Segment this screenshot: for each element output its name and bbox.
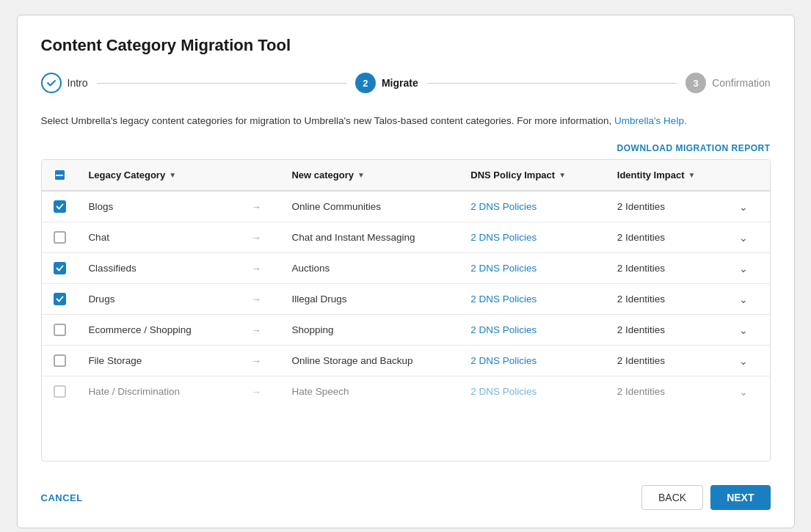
next-button[interactable]: NEXT — [710, 485, 770, 510]
row-new-category-0: Online Communities — [281, 191, 460, 222]
step-label-intro: Intro — [68, 77, 88, 89]
row-checkbox-1[interactable] — [54, 231, 66, 244]
row-checkbox-5[interactable] — [54, 354, 66, 367]
sort-icon-legacy: ▼ — [169, 171, 176, 179]
migration-table: Legacy Category ▼ New category ▼ DNS — [42, 160, 770, 407]
chevron-down-icon[interactable]: ⌄ — [739, 355, 748, 367]
table-body: Blogs→Online Communities2 DNS Policies2 … — [42, 191, 770, 407]
table-row: Chat→Chat and Instant Messaging2 DNS Pol… — [42, 222, 770, 253]
chevron-down-icon[interactable]: ⌄ — [739, 294, 748, 305]
step-line-2 — [427, 83, 677, 84]
page-title: Content Category Migration Tool — [41, 36, 771, 55]
dns-policy-link-0[interactable]: 2 DNS Policies — [470, 201, 537, 212]
table-row: Drugs→Illegal Drugs2 DNS Policies2 Ident… — [42, 284, 770, 315]
dns-policy-link-2[interactable]: 2 DNS Policies — [470, 263, 537, 274]
row-checkbox-cell-0[interactable] — [42, 191, 79, 222]
row-arrow-3: → — [241, 284, 281, 315]
chevron-down-icon[interactable]: ⌄ — [739, 263, 748, 274]
row-identity-impact-1: 2 Identities — [607, 222, 729, 253]
arrow-icon: → — [251, 355, 261, 367]
th-expand — [729, 160, 769, 191]
arrow-icon: → — [251, 324, 261, 336]
row-checkbox-cell-5[interactable] — [42, 346, 79, 376]
footer: CANCEL BACK NEXT — [41, 476, 771, 510]
row-dns-policy-5[interactable]: 2 DNS Policies — [460, 346, 607, 376]
row-identity-impact-4: 2 Identities — [607, 315, 729, 346]
sort-icon-new: ▼ — [357, 171, 365, 179]
download-report-link[interactable]: DOWNLOAD MIGRATION REPORT — [617, 143, 771, 153]
chevron-down-icon[interactable]: ⌄ — [739, 232, 748, 244]
sort-icon-dns: ▼ — [559, 171, 566, 179]
row-arrow-0: → — [241, 191, 281, 222]
row-identity-impact-6: 2 Identities — [607, 376, 729, 407]
row-checkbox-cell-6[interactable] — [42, 376, 79, 407]
th-new-category[interactable]: New category ▼ — [281, 160, 460, 191]
table-row: File Storage→Online Storage and Backup2 … — [42, 346, 770, 376]
row-expand-5[interactable]: ⌄ — [729, 346, 769, 376]
row-dns-policy-1[interactable]: 2 DNS Policies — [460, 222, 607, 253]
row-legacy-6: Hate / Discrimination — [78, 376, 241, 407]
row-new-category-4: Shopping — [281, 315, 460, 346]
row-dns-policy-3[interactable]: 2 DNS Policies — [460, 284, 607, 315]
chevron-down-icon[interactable]: ⌄ — [739, 386, 748, 398]
row-checkbox-cell-4[interactable] — [42, 315, 79, 346]
row-expand-0[interactable]: ⌄ — [729, 191, 769, 222]
row-identity-impact-2: 2 Identities — [607, 253, 729, 284]
arrow-icon: → — [251, 386, 261, 398]
row-checkbox-6[interactable] — [54, 385, 66, 398]
dns-policy-link-3[interactable]: 2 DNS Policies — [470, 294, 537, 305]
row-checkbox-2[interactable] — [54, 262, 66, 274]
row-checkbox-cell-3[interactable] — [42, 284, 79, 315]
table-row: Hate / Discrimination→Hate Speech2 DNS P… — [42, 376, 770, 407]
row-checkbox-cell-1[interactable] — [42, 222, 79, 253]
table-container[interactable]: Legacy Category ▼ New category ▼ DNS — [41, 159, 771, 462]
table-header-row: Legacy Category ▼ New category ▼ DNS — [42, 160, 770, 191]
row-checkbox-0[interactable] — [54, 200, 66, 213]
row-legacy-2: Classifieds — [78, 253, 241, 284]
th-identity-impact[interactable]: Identity Impact ▼ — [607, 160, 729, 191]
modal-container: Content Category Migration Tool Intro 2 … — [17, 15, 795, 528]
th-legacy[interactable]: Legacy Category ▼ — [78, 160, 241, 191]
download-row: DOWNLOAD MIGRATION REPORT — [41, 143, 771, 153]
row-checkbox-4[interactable] — [54, 324, 66, 336]
row-dns-policy-6[interactable]: 2 DNS Policies — [460, 376, 607, 407]
dns-policy-link-6[interactable]: 2 DNS Policies — [470, 386, 537, 397]
step-circle-intro — [41, 73, 62, 93]
step-label-confirmation: Confirmation — [712, 77, 770, 89]
chevron-down-icon[interactable]: ⌄ — [739, 201, 748, 213]
row-expand-4[interactable]: ⌄ — [729, 315, 769, 346]
row-dns-policy-4[interactable]: 2 DNS Policies — [460, 315, 607, 346]
arrow-icon: → — [251, 263, 261, 274]
arrow-icon: → — [251, 201, 261, 213]
header-checkbox[interactable] — [54, 169, 66, 181]
row-arrow-1: → — [241, 222, 281, 253]
row-new-category-1: Chat and Instant Messaging — [281, 222, 460, 253]
step-label-migrate: Migrate — [382, 77, 418, 89]
row-checkbox-3[interactable] — [54, 293, 66, 305]
row-checkbox-cell-2[interactable] — [42, 253, 79, 284]
row-legacy-1: Chat — [78, 222, 241, 253]
row-expand-6[interactable]: ⌄ — [729, 376, 769, 407]
row-new-category-2: Auctions — [281, 253, 460, 284]
help-link[interactable]: Umbrella's Help. — [614, 115, 687, 126]
row-dns-policy-2[interactable]: 2 DNS Policies — [460, 253, 607, 284]
cancel-button[interactable]: CANCEL — [41, 492, 83, 503]
row-legacy-5: File Storage — [78, 346, 241, 376]
row-dns-policy-0[interactable]: 2 DNS Policies — [460, 191, 607, 222]
back-button[interactable]: BACK — [641, 485, 703, 510]
th-checkbox[interactable] — [42, 160, 79, 191]
step-confirmation: 3 Confirmation — [685, 73, 770, 93]
step-circle-confirmation: 3 — [685, 73, 706, 93]
row-expand-3[interactable]: ⌄ — [729, 284, 769, 315]
row-legacy-4: Ecommerce / Shopping — [78, 315, 241, 346]
row-expand-1[interactable]: ⌄ — [729, 222, 769, 253]
row-identity-impact-5: 2 Identities — [607, 346, 729, 376]
dns-policy-link-1[interactable]: 2 DNS Policies — [470, 232, 537, 243]
dns-policy-link-5[interactable]: 2 DNS Policies — [470, 355, 537, 366]
dns-policy-link-4[interactable]: 2 DNS Policies — [470, 324, 537, 335]
row-expand-2[interactable]: ⌄ — [729, 253, 769, 284]
footer-right: BACK NEXT — [641, 485, 770, 510]
row-legacy-3: Drugs — [78, 284, 241, 315]
chevron-down-icon[interactable]: ⌄ — [739, 324, 748, 336]
th-dns-policy[interactable]: DNS Policy Impact ▼ — [460, 160, 607, 191]
